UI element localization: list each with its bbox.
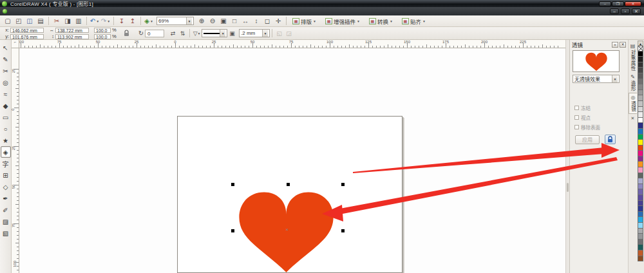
- zoom-tool-button[interactable]: ✛: [273, 16, 283, 26]
- color-swatch[interactable]: [638, 101, 643, 107]
- toolbox-tool[interactable]: ▨: [1, 216, 11, 227]
- menu-item[interactable]: [46, 7, 57, 15]
- toolbox-tool[interactable]: ▧: [1, 227, 11, 239]
- color-swatch[interactable]: [638, 173, 643, 179]
- minimize-button[interactable]: –: [599, 1, 611, 6]
- zoom-tool-button[interactable]: ◻: [262, 16, 272, 26]
- color-swatch[interactable]: [638, 206, 643, 212]
- menu-item[interactable]: [23, 7, 34, 15]
- menu-item[interactable]: [115, 7, 127, 15]
- wrap-text-button[interactable]: ▣: [227, 29, 237, 38]
- toolbar-button[interactable]: ◰: [14, 16, 24, 26]
- menu-item[interactable]: [11, 7, 23, 15]
- color-swatch[interactable]: [638, 184, 643, 190]
- selection-handle[interactable]: [341, 229, 345, 232]
- color-swatch[interactable]: [638, 234, 643, 240]
- toolbox-tool[interactable]: 字: [1, 158, 11, 169]
- toolbar-button[interactable]: ↧: [117, 16, 127, 26]
- selection-handle[interactable]: [341, 183, 345, 186]
- plugin-toolbar-button[interactable]: ▦ 增强插件 ▼: [322, 16, 363, 26]
- toolbox-tool[interactable]: ▭: [1, 111, 11, 123]
- color-swatch[interactable]: [638, 79, 643, 85]
- toolbox-tool[interactable]: ✎: [1, 53, 11, 65]
- color-swatch[interactable]: [638, 212, 643, 218]
- palette-scroll-up-button[interactable]: ▲: [638, 41, 643, 46]
- zoom-tool-button[interactable]: ⊖: [207, 16, 218, 26]
- zoom-tool-button[interactable]: ↔: [240, 16, 251, 26]
- menu-item[interactable]: [127, 7, 138, 15]
- color-swatch[interactable]: [638, 178, 643, 184]
- color-swatch[interactable]: [638, 112, 643, 118]
- toolbar-button[interactable]: ▥: [73, 16, 84, 26]
- toolbox-tool[interactable]: ★: [1, 135, 11, 146]
- color-swatch[interactable]: [638, 68, 643, 73]
- docker-close-button[interactable]: ✕: [620, 42, 626, 48]
- menu-item[interactable]: [57, 7, 69, 15]
- color-swatch[interactable]: [638, 189, 643, 195]
- menu-item[interactable]: [69, 7, 80, 15]
- object-height-input[interactable]: 113.902 mm: [55, 34, 89, 39]
- menu-item[interactable]: [104, 7, 115, 15]
- color-swatch[interactable]: [638, 95, 643, 101]
- selection-handle[interactable]: [231, 229, 234, 232]
- lock-button[interactable]: [605, 135, 616, 144]
- doc-minimize-button[interactable]: –: [610, 8, 619, 14]
- horizontal-ruler[interactable]: 1007550250255075100125150175200225: [19, 40, 569, 48]
- toolbox-tool[interactable]: ◎: [1, 77, 11, 88]
- toolbox-tool[interactable]: ↖: [1, 42, 11, 53]
- menu-item[interactable]: [138, 7, 150, 15]
- zoom-tool-button[interactable]: ⊕: [196, 16, 207, 26]
- toolbox-tool[interactable]: ◇: [1, 181, 11, 193]
- toolbar-button[interactable]: ◫: [24, 16, 35, 26]
- color-swatch[interactable]: [638, 217, 643, 223]
- color-swatch[interactable]: [638, 62, 643, 68]
- lens-effect-dropdown[interactable]: 无透镜效果 ▼: [573, 75, 620, 83]
- color-swatch[interactable]: [638, 201, 643, 207]
- toolbar-button[interactable]: ◨: [62, 16, 73, 26]
- zoom-tool-button[interactable]: □: [229, 16, 240, 26]
- zoom-tool-button[interactable]: ↕: [251, 16, 261, 26]
- color-swatch[interactable]: [638, 162, 643, 167]
- viewpoint-checkbox[interactable]: 视点: [574, 114, 591, 121]
- no-fill-swatch[interactable]: [638, 46, 643, 52]
- color-swatch[interactable]: [638, 52, 643, 57]
- mirror-vertical-button[interactable]: ⇅: [178, 29, 187, 38]
- to-back-button[interactable]: ◲: [284, 29, 294, 38]
- remove-face-checkbox[interactable]: 移除表面: [574, 124, 600, 131]
- color-swatch[interactable]: [638, 90, 643, 96]
- zoom-tool-button[interactable]: ▣: [218, 16, 229, 26]
- color-swatch[interactable]: [638, 107, 643, 113]
- color-swatch[interactable]: [638, 229, 643, 234]
- doc-restore-button[interactable]: ▫: [621, 8, 630, 14]
- color-swatch[interactable]: [638, 135, 643, 140]
- color-swatch[interactable]: [638, 84, 643, 90]
- zoom-level-combo[interactable]: 69% ▼: [156, 17, 194, 25]
- toolbar-button[interactable]: ▤: [35, 16, 46, 26]
- color-swatch[interactable]: [638, 57, 643, 62]
- color-swatch[interactable]: [638, 129, 643, 135]
- selection-handle[interactable]: [287, 183, 290, 186]
- toolbox-tool[interactable]: ≈: [1, 88, 11, 100]
- lock-ratio-button[interactable]: [123, 29, 131, 38]
- toolbox-tool[interactable]: ◈: [1, 146, 11, 158]
- toolbox-tool[interactable]: ✂: [1, 65, 11, 77]
- scale-x-input[interactable]: 100.0: [94, 28, 111, 33]
- drawing-area[interactable]: ×: [19, 48, 565, 273]
- docker-collapse-button[interactable]: »: [612, 42, 618, 48]
- color-swatch[interactable]: [638, 151, 643, 156]
- plugin-toolbar-button[interactable]: ▦ 贴齐 ▼: [399, 16, 429, 26]
- frozen-checkbox[interactable]: 冻结: [574, 104, 591, 111]
- toolbar-button[interactable]: ↷▼: [100, 16, 111, 26]
- apply-button[interactable]: 应用: [575, 135, 600, 144]
- y-position-input[interactable]: 101.676 mm: [10, 34, 44, 39]
- to-front-button[interactable]: ◱: [274, 29, 284, 38]
- docker-tab[interactable]: ▤ 对象属性: [629, 42, 637, 73]
- color-swatch[interactable]: [638, 73, 643, 79]
- selection-handle[interactable]: [231, 183, 234, 186]
- color-swatch[interactable]: [638, 250, 643, 256]
- rotation-input[interactable]: 0: [145, 30, 164, 37]
- toolbar-button[interactable]: ✂: [52, 16, 62, 26]
- color-swatch[interactable]: [638, 140, 643, 146]
- toolbar-button[interactable]: ▢: [3, 16, 13, 26]
- color-swatch[interactable]: [638, 195, 643, 201]
